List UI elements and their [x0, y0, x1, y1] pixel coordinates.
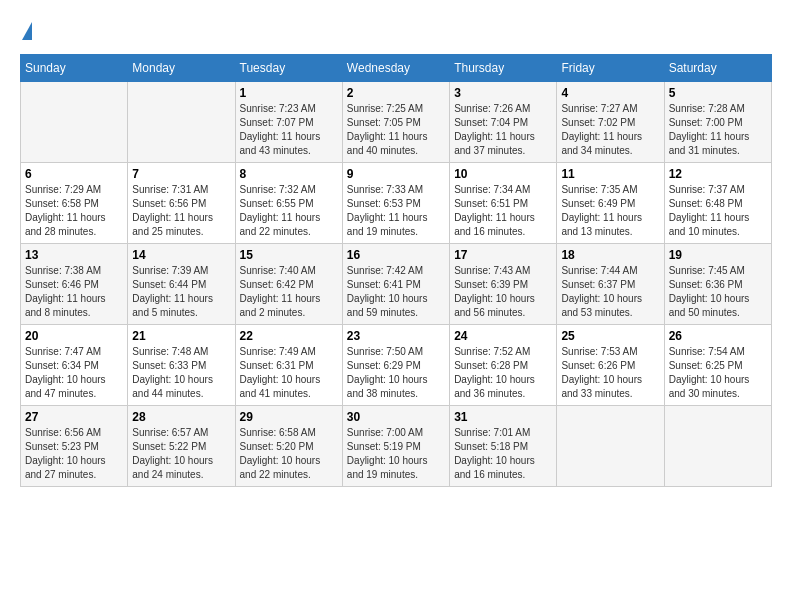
day-number: 27	[25, 410, 123, 424]
calendar-cell: 29Sunrise: 6:58 AMSunset: 5:20 PMDayligh…	[235, 406, 342, 487]
day-info: Sunrise: 7:49 AMSunset: 6:31 PMDaylight:…	[240, 345, 338, 401]
day-info: Sunrise: 7:32 AMSunset: 6:55 PMDaylight:…	[240, 183, 338, 239]
calendar-cell: 18Sunrise: 7:44 AMSunset: 6:37 PMDayligh…	[557, 244, 664, 325]
calendar-cell: 28Sunrise: 6:57 AMSunset: 5:22 PMDayligh…	[128, 406, 235, 487]
calendar-cell: 2Sunrise: 7:25 AMSunset: 7:05 PMDaylight…	[342, 82, 449, 163]
day-info: Sunrise: 7:47 AMSunset: 6:34 PMDaylight:…	[25, 345, 123, 401]
day-info: Sunrise: 7:43 AMSunset: 6:39 PMDaylight:…	[454, 264, 552, 320]
week-row-1: 1Sunrise: 7:23 AMSunset: 7:07 PMDaylight…	[21, 82, 772, 163]
day-number: 12	[669, 167, 767, 181]
day-number: 7	[132, 167, 230, 181]
calendar-cell: 27Sunrise: 6:56 AMSunset: 5:23 PMDayligh…	[21, 406, 128, 487]
calendar-cell: 9Sunrise: 7:33 AMSunset: 6:53 PMDaylight…	[342, 163, 449, 244]
day-info: Sunrise: 7:52 AMSunset: 6:28 PMDaylight:…	[454, 345, 552, 401]
day-number: 4	[561, 86, 659, 100]
week-row-5: 27Sunrise: 6:56 AMSunset: 5:23 PMDayligh…	[21, 406, 772, 487]
week-row-4: 20Sunrise: 7:47 AMSunset: 6:34 PMDayligh…	[21, 325, 772, 406]
calendar-cell: 17Sunrise: 7:43 AMSunset: 6:39 PMDayligh…	[450, 244, 557, 325]
calendar-cell: 25Sunrise: 7:53 AMSunset: 6:26 PMDayligh…	[557, 325, 664, 406]
day-info: Sunrise: 7:33 AMSunset: 6:53 PMDaylight:…	[347, 183, 445, 239]
day-number: 20	[25, 329, 123, 343]
calendar-cell: 8Sunrise: 7:32 AMSunset: 6:55 PMDaylight…	[235, 163, 342, 244]
day-number: 6	[25, 167, 123, 181]
day-number: 19	[669, 248, 767, 262]
day-info: Sunrise: 7:27 AMSunset: 7:02 PMDaylight:…	[561, 102, 659, 158]
day-number: 15	[240, 248, 338, 262]
day-info: Sunrise: 7:34 AMSunset: 6:51 PMDaylight:…	[454, 183, 552, 239]
day-info: Sunrise: 7:28 AMSunset: 7:00 PMDaylight:…	[669, 102, 767, 158]
calendar-cell: 13Sunrise: 7:38 AMSunset: 6:46 PMDayligh…	[21, 244, 128, 325]
calendar-header: SundayMondayTuesdayWednesdayThursdayFrid…	[21, 55, 772, 82]
calendar-cell: 26Sunrise: 7:54 AMSunset: 6:25 PMDayligh…	[664, 325, 771, 406]
day-info: Sunrise: 7:31 AMSunset: 6:56 PMDaylight:…	[132, 183, 230, 239]
calendar-cell: 4Sunrise: 7:27 AMSunset: 7:02 PMDaylight…	[557, 82, 664, 163]
header-row: SundayMondayTuesdayWednesdayThursdayFrid…	[21, 55, 772, 82]
day-number: 25	[561, 329, 659, 343]
calendar-cell: 7Sunrise: 7:31 AMSunset: 6:56 PMDaylight…	[128, 163, 235, 244]
calendar-cell: 16Sunrise: 7:42 AMSunset: 6:41 PMDayligh…	[342, 244, 449, 325]
day-info: Sunrise: 7:23 AMSunset: 7:07 PMDaylight:…	[240, 102, 338, 158]
calendar-cell: 12Sunrise: 7:37 AMSunset: 6:48 PMDayligh…	[664, 163, 771, 244]
day-info: Sunrise: 7:44 AMSunset: 6:37 PMDaylight:…	[561, 264, 659, 320]
day-number: 5	[669, 86, 767, 100]
calendar-cell: 3Sunrise: 7:26 AMSunset: 7:04 PMDaylight…	[450, 82, 557, 163]
day-info: Sunrise: 7:53 AMSunset: 6:26 PMDaylight:…	[561, 345, 659, 401]
day-info: Sunrise: 6:56 AMSunset: 5:23 PMDaylight:…	[25, 426, 123, 482]
header-day-thursday: Thursday	[450, 55, 557, 82]
day-number: 9	[347, 167, 445, 181]
day-info: Sunrise: 7:50 AMSunset: 6:29 PMDaylight:…	[347, 345, 445, 401]
header-day-sunday: Sunday	[21, 55, 128, 82]
calendar-cell: 19Sunrise: 7:45 AMSunset: 6:36 PMDayligh…	[664, 244, 771, 325]
day-info: Sunrise: 7:45 AMSunset: 6:36 PMDaylight:…	[669, 264, 767, 320]
calendar-cell: 6Sunrise: 7:29 AMSunset: 6:58 PMDaylight…	[21, 163, 128, 244]
day-info: Sunrise: 7:25 AMSunset: 7:05 PMDaylight:…	[347, 102, 445, 158]
week-row-2: 6Sunrise: 7:29 AMSunset: 6:58 PMDaylight…	[21, 163, 772, 244]
day-info: Sunrise: 7:26 AMSunset: 7:04 PMDaylight:…	[454, 102, 552, 158]
calendar-cell: 15Sunrise: 7:40 AMSunset: 6:42 PMDayligh…	[235, 244, 342, 325]
calendar-cell	[557, 406, 664, 487]
day-number: 8	[240, 167, 338, 181]
day-number: 23	[347, 329, 445, 343]
day-info: Sunrise: 7:48 AMSunset: 6:33 PMDaylight:…	[132, 345, 230, 401]
calendar-cell: 10Sunrise: 7:34 AMSunset: 6:51 PMDayligh…	[450, 163, 557, 244]
day-number: 26	[669, 329, 767, 343]
header-day-tuesday: Tuesday	[235, 55, 342, 82]
day-info: Sunrise: 7:42 AMSunset: 6:41 PMDaylight:…	[347, 264, 445, 320]
day-info: Sunrise: 6:57 AMSunset: 5:22 PMDaylight:…	[132, 426, 230, 482]
day-info: Sunrise: 7:40 AMSunset: 6:42 PMDaylight:…	[240, 264, 338, 320]
page-header	[20, 20, 772, 38]
header-day-saturday: Saturday	[664, 55, 771, 82]
day-number: 3	[454, 86, 552, 100]
header-day-monday: Monday	[128, 55, 235, 82]
header-day-friday: Friday	[557, 55, 664, 82]
calendar-table: SundayMondayTuesdayWednesdayThursdayFrid…	[20, 54, 772, 487]
calendar-cell: 31Sunrise: 7:01 AMSunset: 5:18 PMDayligh…	[450, 406, 557, 487]
day-number: 21	[132, 329, 230, 343]
day-number: 31	[454, 410, 552, 424]
calendar-cell	[21, 82, 128, 163]
day-info: Sunrise: 7:39 AMSunset: 6:44 PMDaylight:…	[132, 264, 230, 320]
day-number: 17	[454, 248, 552, 262]
day-number: 30	[347, 410, 445, 424]
day-number: 2	[347, 86, 445, 100]
day-info: Sunrise: 7:01 AMSunset: 5:18 PMDaylight:…	[454, 426, 552, 482]
calendar-body: 1Sunrise: 7:23 AMSunset: 7:07 PMDaylight…	[21, 82, 772, 487]
day-info: Sunrise: 7:29 AMSunset: 6:58 PMDaylight:…	[25, 183, 123, 239]
day-info: Sunrise: 7:37 AMSunset: 6:48 PMDaylight:…	[669, 183, 767, 239]
day-info: Sunrise: 7:54 AMSunset: 6:25 PMDaylight:…	[669, 345, 767, 401]
day-info: Sunrise: 7:38 AMSunset: 6:46 PMDaylight:…	[25, 264, 123, 320]
day-info: Sunrise: 7:35 AMSunset: 6:49 PMDaylight:…	[561, 183, 659, 239]
day-info: Sunrise: 7:00 AMSunset: 5:19 PMDaylight:…	[347, 426, 445, 482]
day-number: 1	[240, 86, 338, 100]
day-info: Sunrise: 6:58 AMSunset: 5:20 PMDaylight:…	[240, 426, 338, 482]
day-number: 24	[454, 329, 552, 343]
calendar-cell	[128, 82, 235, 163]
calendar-cell: 11Sunrise: 7:35 AMSunset: 6:49 PMDayligh…	[557, 163, 664, 244]
calendar-cell	[664, 406, 771, 487]
calendar-cell: 1Sunrise: 7:23 AMSunset: 7:07 PMDaylight…	[235, 82, 342, 163]
calendar-cell: 21Sunrise: 7:48 AMSunset: 6:33 PMDayligh…	[128, 325, 235, 406]
day-number: 13	[25, 248, 123, 262]
calendar-cell: 23Sunrise: 7:50 AMSunset: 6:29 PMDayligh…	[342, 325, 449, 406]
day-number: 10	[454, 167, 552, 181]
logo	[20, 20, 34, 38]
